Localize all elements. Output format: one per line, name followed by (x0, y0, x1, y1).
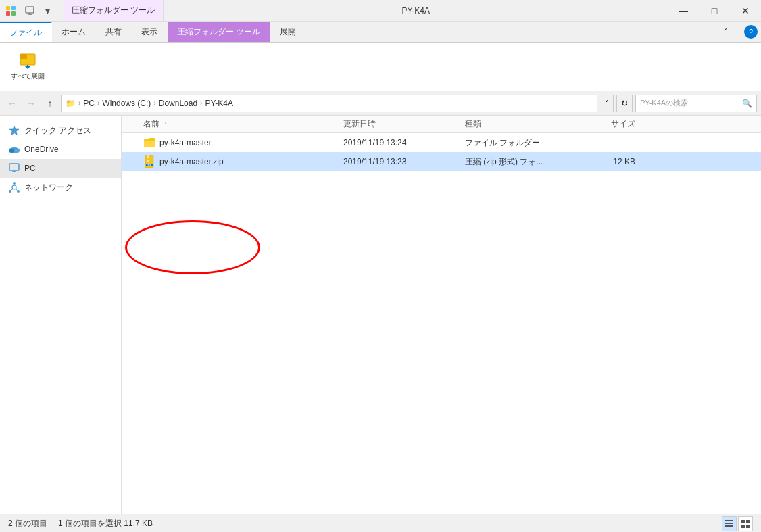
svg-rect-26 (147, 155, 149, 158)
col-header-size[interactable]: サイズ (587, 118, 641, 130)
network-icon (8, 181, 20, 193)
back-btn[interactable]: ← (4, 95, 20, 112)
status-bar: 2 個の項目 1 個の項目を選択 11.7 KB (0, 514, 761, 532)
file-date-col: 2019/11/19 13:23 (343, 157, 465, 166)
tab-view[interactable]: 表示 (132, 22, 168, 42)
svg-rect-36 (746, 520, 750, 523)
window-controls: — □ ✕ (668, 0, 761, 21)
col-header-name[interactable]: 名前 ˄ (127, 118, 343, 130)
extract-all-btn[interactable]: すべて展開 (5, 47, 50, 87)
svg-rect-15 (9, 164, 19, 170)
sidebar-item-onedrive[interactable]: OneDrive (0, 140, 121, 159)
table-row[interactable]: py-k4a-master 2019/11/19 13:24 ファイル フォルダ… (122, 133, 761, 152)
svg-rect-1 (11, 6, 16, 10)
window-title: PY-K4A (164, 0, 668, 21)
forward-btn[interactable]: → (23, 95, 39, 112)
ribbon-content: すべて展開 (0, 43, 761, 91)
file-date-col: 2019/11/19 13:24 (343, 138, 465, 147)
svg-rect-33 (725, 523, 733, 524)
file-size-col: 12 KB (587, 157, 641, 166)
address-bar-area: ← → ↑ 📁 › PC › Windows (C:) › DownLoad ›… (0, 91, 761, 116)
svg-marker-10 (25, 66, 30, 69)
svg-line-24 (16, 189, 18, 191)
tab-compressed[interactable]: 圧縮フォルダー ツール (168, 22, 270, 42)
up-btn[interactable]: ↑ (42, 95, 58, 112)
address-pc[interactable]: PC (83, 99, 95, 108)
address-dropdown-btn[interactable]: ˅ (600, 95, 614, 112)
refresh-btn[interactable]: ↻ (616, 95, 633, 112)
minimize-btn[interactable]: — (668, 0, 699, 21)
help-btn[interactable]: ? (744, 25, 758, 39)
file-type-col: 圧縮 (zip 形式) フォ... (465, 156, 587, 168)
main-area: クイック アクセス OneDrive PC ネットワーク 名前 ˄ (0, 116, 761, 514)
svg-rect-32 (725, 520, 733, 521)
address-download[interactable]: DownLoad (159, 99, 197, 108)
svg-rect-37 (741, 525, 745, 528)
address-windows[interactable]: Windows (C:) (102, 99, 151, 108)
view-controls (722, 516, 753, 531)
sidebar-item-pc[interactable]: PC (0, 159, 121, 178)
zip-icon: ZIP (143, 155, 155, 168)
search-bar[interactable]: PY-K4Aの検索 🔍 (635, 95, 757, 112)
item-count: 2 個の項目 (8, 518, 47, 529)
table-row[interactable]: ZIP py-k4a-master.zip 2019/11/19 13:23 圧… (122, 152, 761, 171)
search-icon: 🔍 (742, 99, 752, 108)
svg-point-19 (13, 182, 16, 185)
qat-undo-btn[interactable]: ▾ (39, 3, 55, 19)
svg-rect-38 (746, 525, 750, 528)
file-list: 名前 ˄ 更新日時 種類 サイズ (122, 116, 761, 514)
file-type-col: ファイル フォルダー (465, 137, 587, 149)
sidebar-item-quick-access[interactable]: クイック アクセス (0, 121, 121, 140)
col-header-date[interactable]: 更新日時 (343, 118, 465, 130)
svg-point-21 (17, 190, 20, 193)
tab-file[interactable]: ファイル (0, 22, 52, 42)
svg-rect-35 (741, 520, 745, 523)
svg-line-23 (11, 189, 14, 191)
onedrive-icon (8, 143, 20, 155)
ribbon: ファイル ホーム 共有 表示 圧縮フォルダー ツール 展開 ˅ ? (0, 22, 761, 43)
large-icon-view-btn[interactable] (738, 516, 753, 531)
address-bar[interactable]: 📁 › PC › Windows (C:) › DownLoad › PY-K4… (61, 95, 597, 112)
svg-text:ZIP: ZIP (147, 164, 152, 167)
address-breadcrumb-folder-icon: 📁 (66, 99, 76, 108)
svg-rect-0 (6, 6, 10, 10)
folder-icon (143, 137, 155, 149)
svg-rect-28 (147, 160, 149, 162)
svg-point-14 (14, 149, 20, 153)
title-bar: ▾ 圧縮フォルダー ツール PY-K4A — □ ✕ (0, 0, 761, 22)
svg-rect-8 (20, 54, 27, 59)
compressed-folder-tab[interactable]: 圧縮フォルダー ツール (64, 0, 164, 21)
maximize-btn[interactable]: □ (699, 0, 730, 21)
file-rows: py-k4a-master 2019/11/19 13:24 ファイル フォルダ… (122, 133, 761, 514)
svg-rect-3 (11, 11, 16, 16)
svg-point-18 (12, 185, 16, 189)
details-view-btn[interactable] (722, 516, 737, 531)
explorer-icon (5, 5, 16, 16)
address-pyk4a[interactable]: PY-K4A (205, 99, 233, 108)
tab-share[interactable]: 共有 (96, 22, 132, 42)
tab-home[interactable]: ホーム (52, 22, 96, 42)
tab-extract[interactable]: 展開 (270, 22, 306, 42)
selected-info: 1 個の項目を選択 11.7 KB (58, 518, 153, 529)
svg-rect-27 (147, 158, 149, 160)
svg-rect-34 (725, 525, 733, 527)
file-name-col: py-k4a-master (127, 137, 343, 149)
ribbon-collapse-btn[interactable]: ˅ (710, 22, 741, 42)
svg-marker-11 (9, 126, 19, 135)
sidebar: クイック アクセス OneDrive PC ネットワーク (0, 116, 122, 514)
col-header-type[interactable]: 種類 (465, 118, 587, 130)
ribbon-tabs: ファイル ホーム 共有 表示 圧縮フォルダー ツール 展開 ˅ ? (0, 22, 761, 42)
svg-rect-4 (26, 7, 34, 13)
file-list-header: 名前 ˄ 更新日時 種類 サイズ (122, 116, 761, 133)
qat-properties-btn[interactable] (22, 3, 38, 19)
close-btn[interactable]: ✕ (730, 0, 761, 21)
sidebar-item-network[interactable]: ネットワーク (0, 178, 121, 197)
file-name-col: ZIP py-k4a-master.zip (127, 155, 343, 168)
pc-icon (8, 162, 20, 174)
quick-access-toolbar: ▾ (19, 3, 58, 19)
quick-access-icon (8, 124, 20, 137)
svg-point-13 (9, 149, 14, 153)
title-bar-left: ▾ (0, 0, 64, 21)
svg-point-20 (9, 190, 11, 193)
svg-rect-2 (6, 11, 10, 16)
